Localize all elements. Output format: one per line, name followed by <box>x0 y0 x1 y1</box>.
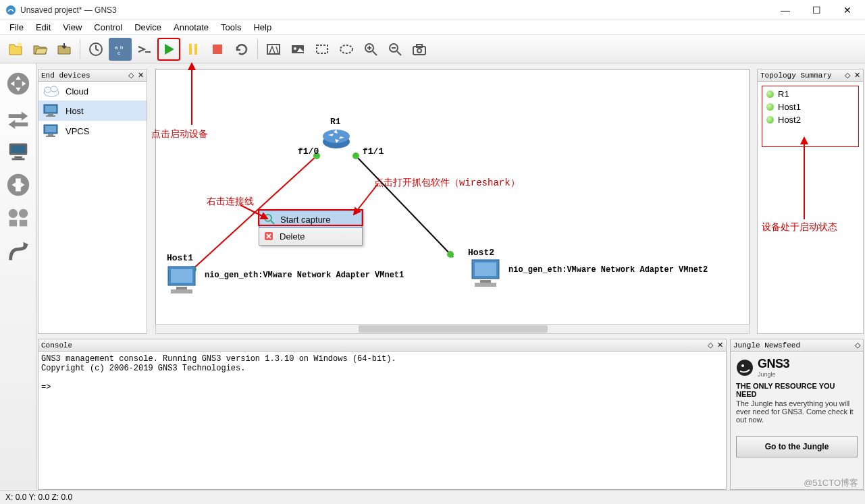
f11-label: f1/1 <box>363 146 384 157</box>
jungle-body-text: The Jungle has everything you will ever … <box>736 399 858 424</box>
minimize-button[interactable]: — <box>776 5 795 16</box>
menu-bar: File Edit View Control Device Annotate T… <box>0 20 865 35</box>
annotation-running: 设备处于启动状态 <box>762 221 837 233</box>
svg-rect-7 <box>189 44 192 55</box>
annotation-wireshark: 点击打开抓包软件（wireshark） <box>374 177 520 189</box>
menu-control[interactable]: Control <box>88 21 128 34</box>
end-devices-header: End devices ◇✕ <box>38 69 147 82</box>
svg-point-24 <box>417 49 421 53</box>
jungle-heading: THE ONLY RESOURCE YOU NEED <box>736 382 858 398</box>
stop-all-button[interactable] <box>206 38 229 61</box>
svg-point-12 <box>294 47 296 50</box>
svg-point-52 <box>447 251 454 258</box>
start-all-button[interactable] <box>157 38 180 61</box>
routers-category-button[interactable] <box>3 69 33 99</box>
svg-rect-28 <box>14 157 22 159</box>
status-running-icon <box>766 116 774 123</box>
go-to-jungle-button[interactable]: Go to the Jungle <box>736 436 858 457</box>
end-devices-category-button[interactable] <box>3 136 33 166</box>
close-panel-icon[interactable]: ✕ <box>717 341 723 349</box>
float-icon[interactable]: ◇ <box>128 71 134 80</box>
canvas-scrollbar-h[interactable] <box>155 324 750 334</box>
annotate-text-button[interactable] <box>262 38 285 61</box>
svg-line-20 <box>397 51 401 55</box>
jungle-brand: GNS3 <box>758 357 789 371</box>
node-r1[interactable] <box>321 127 351 152</box>
menu-delete[interactable]: Delete <box>259 228 362 245</box>
topology-summary-list: R1 Host1 Host2 <box>762 86 859 147</box>
console-output[interactable]: GNS3 management console. Running GNS3 ve… <box>38 352 726 489</box>
menu-edit[interactable]: Edit <box>30 21 56 34</box>
menu-help[interactable]: Help <box>248 21 277 34</box>
svg-rect-61 <box>480 280 491 283</box>
new-project-button[interactable] <box>4 38 27 61</box>
jungle-panel: Jungle Newsfeed ◇ GNS3Jungle THE ONLY RE… <box>730 339 864 490</box>
f10-label: f1/0 <box>298 146 319 157</box>
menu-file[interactable]: File <box>4 21 29 34</box>
menu-view[interactable]: View <box>57 21 87 34</box>
add-link-button[interactable] <box>3 237 33 267</box>
device-vpcs[interactable]: VPCS <box>38 121 147 141</box>
save-project-button[interactable] <box>53 38 76 61</box>
vpcs-icon <box>43 123 60 138</box>
all-devices-category-button[interactable] <box>3 204 33 233</box>
svg-point-32 <box>8 209 17 218</box>
switches-category-button[interactable] <box>3 103 33 132</box>
topo-item-host1[interactable]: Host1 <box>765 101 856 113</box>
screenshot-button[interactable] <box>408 38 431 61</box>
close-button[interactable]: ✕ <box>838 5 857 16</box>
float-icon[interactable]: ◇ <box>845 71 850 80</box>
jungle-header: Jungle Newsfeed ◇ <box>731 339 863 352</box>
svg-text:c: c <box>117 50 120 56</box>
cloud-icon <box>43 84 60 98</box>
device-host[interactable]: Host <box>38 101 147 121</box>
menu-device[interactable]: Device <box>129 21 167 34</box>
zoom-in-button[interactable] <box>359 38 382 61</box>
close-panel-icon[interactable]: ✕ <box>854 71 860 80</box>
maximize-button[interactable]: ☐ <box>807 5 826 16</box>
svg-rect-29 <box>11 158 24 160</box>
topo-item-host2[interactable]: Host2 <box>765 113 856 126</box>
toolbar: abc <box>0 35 865 63</box>
svg-rect-40 <box>45 106 56 112</box>
svg-point-0 <box>6 5 16 15</box>
menu-start-capture[interactable]: Start capture <box>259 211 362 228</box>
security-devices-category-button[interactable] <box>3 170 33 200</box>
svg-point-38 <box>51 86 57 92</box>
router-icon <box>321 127 351 150</box>
show-names-button[interactable]: abc <box>109 38 132 61</box>
host2-icon <box>468 257 506 291</box>
snapshot-button[interactable] <box>84 38 107 61</box>
pause-all-button[interactable] <box>182 38 205 61</box>
menu-annotate[interactable]: Annotate <box>168 21 214 34</box>
node-host1[interactable] <box>164 264 202 300</box>
topo-item-r1[interactable]: R1 <box>765 88 856 101</box>
svg-rect-9 <box>213 45 222 54</box>
device-cloud[interactable]: Cloud <box>38 82 147 101</box>
annotation-rightclick: 右击连接线 <box>207 196 254 208</box>
device-category-toolbar <box>0 63 36 491</box>
app-icon <box>5 5 16 16</box>
node-host2[interactable] <box>468 257 506 293</box>
delete-icon <box>263 231 274 242</box>
zoom-out-button[interactable] <box>384 38 407 61</box>
svg-line-48 <box>356 156 453 257</box>
svg-line-16 <box>373 51 377 55</box>
annotate-ellipse-button[interactable] <box>335 38 358 61</box>
svg-rect-13 <box>317 45 327 53</box>
reload-all-button[interactable] <box>230 38 253 61</box>
open-project-button[interactable] <box>28 38 51 61</box>
close-panel-icon[interactable]: ✕ <box>138 71 144 80</box>
host2-nic-label: nio_gen_eth:VMware Network Adapter VMnet… <box>508 265 708 275</box>
host-icon <box>43 103 60 118</box>
float-icon[interactable]: ◇ <box>855 341 860 349</box>
annotate-rect-button[interactable] <box>311 38 334 61</box>
svg-text:b: b <box>120 45 124 51</box>
svg-rect-58 <box>171 289 192 293</box>
svg-point-50 <box>352 152 359 159</box>
menu-tools[interactable]: Tools <box>215 21 246 34</box>
console-all-button[interactable] <box>133 38 156 61</box>
svg-point-14 <box>340 45 352 53</box>
annotate-image-button[interactable] <box>286 38 309 61</box>
float-icon[interactable]: ◇ <box>708 341 713 349</box>
